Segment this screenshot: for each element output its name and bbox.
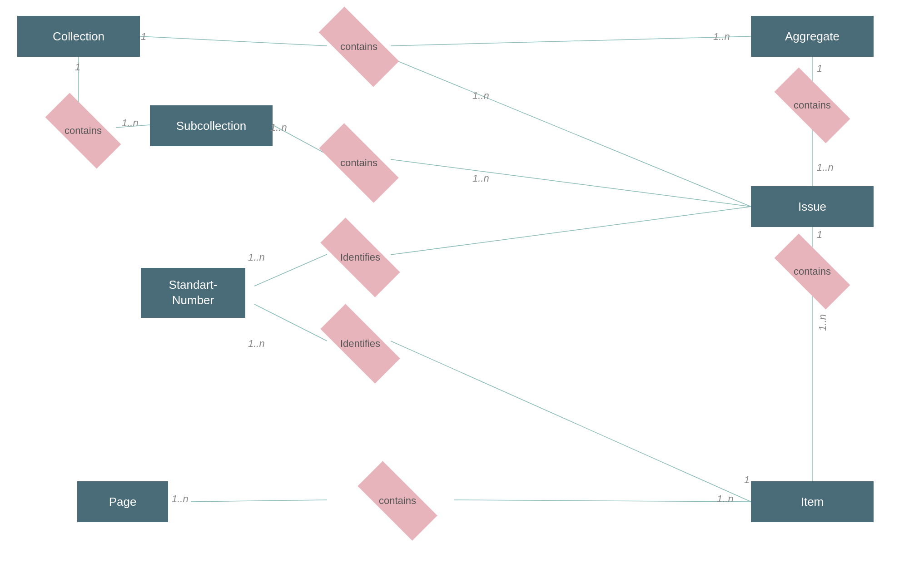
diamond-contains-6: contains xyxy=(352,482,443,519)
diamond-contains-2: contains xyxy=(40,113,126,149)
svg-line-12 xyxy=(391,207,751,255)
card-contains6-item: 1..n xyxy=(717,493,734,505)
diamond-identifies-1: Identifies xyxy=(315,239,406,276)
svg-line-6 xyxy=(391,159,751,207)
diamond-contains-4: contains xyxy=(769,87,855,124)
diamond-contains-5: contains xyxy=(769,253,855,290)
entity-item: Item xyxy=(751,481,874,522)
svg-line-4 xyxy=(382,54,751,207)
card-contains1-issue: 1..n xyxy=(472,90,489,102)
card-identifies2-item: 1 xyxy=(744,474,750,486)
card-contains2-subcollection: 1..n xyxy=(122,117,139,129)
card-collection-contains2: 1 xyxy=(75,61,80,73)
card-aggregate-contains4: 1 xyxy=(817,63,822,74)
svg-line-15 xyxy=(191,500,327,502)
entity-page: Page xyxy=(77,481,168,522)
card-standart-identifies1: 1..n xyxy=(248,252,265,263)
card-subcollection-contains3: 1..n xyxy=(270,122,287,133)
card-standart-identifies2: 1..n xyxy=(248,338,265,350)
card-contains5-item: 1..n xyxy=(817,314,829,331)
diamond-contains-3: contains xyxy=(313,144,404,182)
diamond-identifies-2: Identifies xyxy=(315,325,406,362)
card-page-contains6: 1..n xyxy=(172,493,189,505)
svg-line-14 xyxy=(391,341,751,502)
entity-standart-number: Standart- Number xyxy=(141,268,245,318)
card-collection-contains1: 1 xyxy=(141,31,146,43)
entity-issue: Issue xyxy=(751,186,874,227)
card-contains1-aggregate: 1..n xyxy=(713,31,730,43)
diamond-contains-1: contains xyxy=(313,27,404,66)
card-contains3-issue: 1..n xyxy=(472,173,489,184)
svg-line-0 xyxy=(140,36,327,46)
card-contains4-issue: 1..n xyxy=(817,162,834,173)
er-diagram: Collection Aggregate Subcollection Issue… xyxy=(0,0,924,583)
entity-collection: Collection xyxy=(17,16,140,57)
entity-aggregate: Aggregate xyxy=(751,16,874,57)
entity-subcollection: Subcollection xyxy=(150,105,273,146)
svg-line-1 xyxy=(391,36,751,46)
svg-line-16 xyxy=(454,500,751,502)
card-issue-contains5: 1 xyxy=(817,229,822,241)
